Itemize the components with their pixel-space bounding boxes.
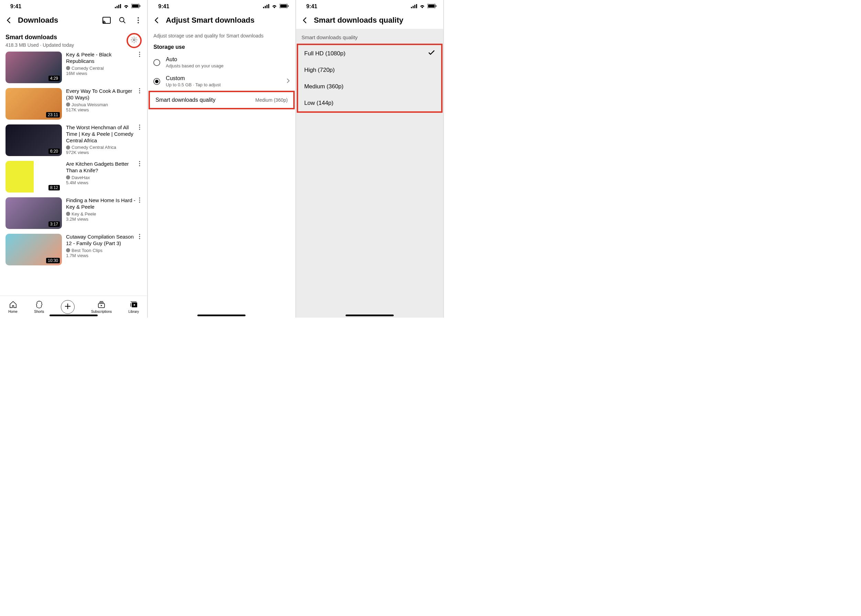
video-duration: 4:29 xyxy=(49,75,60,81)
quality-section-label: Smart downloads quality xyxy=(296,29,443,44)
quality-options-list: Full HD (1080p) High (720p) Medium (360p… xyxy=(298,45,441,112)
quality-option[interactable]: Low (144p) xyxy=(298,95,441,112)
video-info: Finding a New Home Is Hard - Key & Peele… xyxy=(66,197,142,229)
smart-downloads-section: Smart downloads 418.3 MB Used · Updated … xyxy=(0,29,147,49)
header: Smart downloads quality xyxy=(296,12,443,29)
svg-point-8 xyxy=(103,23,104,24)
option-label: Medium (360p) xyxy=(304,83,343,90)
nav-home[interactable]: Home xyxy=(8,300,17,313)
svg-rect-0 xyxy=(115,7,116,8)
video-list: 4:29 Key & Peele - Black Republicans Com… xyxy=(0,49,147,295)
svg-point-29 xyxy=(139,202,140,203)
quality-option[interactable]: Full HD (1080p) xyxy=(298,45,441,62)
battery-icon xyxy=(280,3,288,9)
subscriptions-icon xyxy=(97,300,105,309)
svg-rect-3 xyxy=(120,4,121,8)
status-icons xyxy=(115,3,140,9)
svg-rect-50 xyxy=(414,5,416,8)
storage-custom-row[interactable]: Custom Up to 0.5 GB · Tap to adjust xyxy=(148,72,295,91)
nav-library[interactable]: Library xyxy=(129,300,139,313)
back-icon[interactable] xyxy=(5,16,13,24)
more-vert-icon[interactable] xyxy=(137,234,142,240)
video-thumbnail: 10:30 xyxy=(5,234,62,266)
video-channel: Joshua Weissman xyxy=(66,102,135,107)
svg-point-28 xyxy=(139,200,140,201)
home-icon xyxy=(9,300,17,309)
option-label: High (720p) xyxy=(304,67,335,74)
more-vert-icon[interactable] xyxy=(137,88,142,95)
svg-rect-44 xyxy=(268,4,269,8)
video-views: 1.7M views xyxy=(66,253,135,258)
svg-rect-47 xyxy=(288,5,288,7)
nav-create[interactable] xyxy=(61,300,75,314)
svg-point-27 xyxy=(139,198,140,199)
svg-point-23 xyxy=(139,129,140,130)
gear-icon[interactable] xyxy=(130,36,138,45)
svg-point-12 xyxy=(137,20,139,21)
home-indicator[interactable] xyxy=(49,314,98,316)
svg-rect-46 xyxy=(280,5,287,8)
video-title: Cutaway Compilation Season 12 - Family G… xyxy=(66,234,135,247)
verified-icon xyxy=(66,102,70,107)
video-item[interactable]: 4:29 Key & Peele - Black Republicans Com… xyxy=(5,52,142,83)
verified-icon xyxy=(66,212,70,216)
back-icon[interactable] xyxy=(301,16,309,24)
quality-row[interactable]: Smart downloads quality Medium (360p) xyxy=(150,92,293,108)
more-vert-icon[interactable] xyxy=(137,124,142,131)
back-icon[interactable] xyxy=(153,16,161,24)
svg-line-10 xyxy=(123,21,126,24)
storage-auto-row[interactable]: Auto Adjusts based on your usage xyxy=(148,53,295,72)
svg-point-9 xyxy=(120,17,124,22)
search-icon[interactable] xyxy=(118,16,126,24)
video-item[interactable]: 10:30 Cutaway Compilation Season 12 - Fa… xyxy=(5,234,142,266)
video-title: Every Way To Cook A Burger (30 Ways) xyxy=(66,88,135,101)
svg-point-24 xyxy=(139,161,140,162)
nav-label: Home xyxy=(8,310,17,313)
header: Downloads xyxy=(0,12,147,29)
video-item[interactable]: 8:12 Are Kitchen Gadgets Better Than a K… xyxy=(5,161,142,193)
video-item[interactable]: 3:17 Finding a New Home Is Hard - Key & … xyxy=(5,197,142,229)
video-thumbnail: 3:17 xyxy=(5,197,62,229)
svg-point-32 xyxy=(139,238,140,239)
screen-downloads: 9:41 Downloads xyxy=(0,0,148,317)
more-vert-icon[interactable] xyxy=(137,52,142,58)
video-duration: 10:30 xyxy=(46,258,60,263)
video-info: Are Kitchen Gadgets Better Than a Knife?… xyxy=(66,161,142,193)
svg-rect-1 xyxy=(116,6,118,8)
wifi-icon xyxy=(419,3,425,9)
radio-unselected-icon xyxy=(153,59,160,66)
highlight-quality-row: Smart downloads quality Medium (360p) xyxy=(148,91,294,109)
svg-point-19 xyxy=(139,90,140,91)
verified-icon xyxy=(66,145,70,149)
video-views: 517K views xyxy=(66,107,135,112)
status-bar: 9:41 xyxy=(296,0,443,12)
home-indicator[interactable] xyxy=(197,314,246,316)
highlight-gear xyxy=(126,33,142,48)
video-thumbnail: 8:12 xyxy=(5,161,62,193)
more-vert-icon[interactable] xyxy=(137,161,142,168)
video-title: The Worst Henchman of All Time | Key & P… xyxy=(66,124,135,144)
wifi-icon xyxy=(123,3,129,9)
verified-icon xyxy=(66,248,70,252)
quality-option[interactable]: Medium (360p) xyxy=(298,79,441,95)
video-item[interactable]: 6:20 The Worst Henchman of All Time | Ke… xyxy=(5,124,142,156)
video-info: Key & Peele - Black Republicans Comedy C… xyxy=(66,52,142,83)
svg-rect-49 xyxy=(412,6,414,8)
svg-point-30 xyxy=(139,234,140,235)
more-vert-icon[interactable] xyxy=(134,16,142,24)
nav-label: Shorts xyxy=(34,310,44,313)
video-channel: DaveHax xyxy=(66,175,135,180)
svg-point-20 xyxy=(139,93,140,93)
nav-shorts[interactable]: Shorts xyxy=(34,300,44,313)
video-item[interactable]: 23:11 Every Way To Cook A Burger (30 Way… xyxy=(5,88,142,119)
svg-point-21 xyxy=(139,125,140,126)
home-indicator[interactable] xyxy=(346,314,394,316)
nav-subscriptions[interactable]: Subscriptions xyxy=(91,300,112,313)
video-info: Cutaway Compilation Season 12 - Family G… xyxy=(66,234,142,266)
status-icons xyxy=(411,3,436,9)
quality-option[interactable]: High (720p) xyxy=(298,62,441,79)
video-channel: Key & Peele xyxy=(66,211,135,217)
video-title: Are Kitchen Gadgets Better Than a Knife? xyxy=(66,161,135,174)
cast-icon[interactable] xyxy=(102,16,111,24)
more-vert-icon[interactable] xyxy=(137,197,142,204)
